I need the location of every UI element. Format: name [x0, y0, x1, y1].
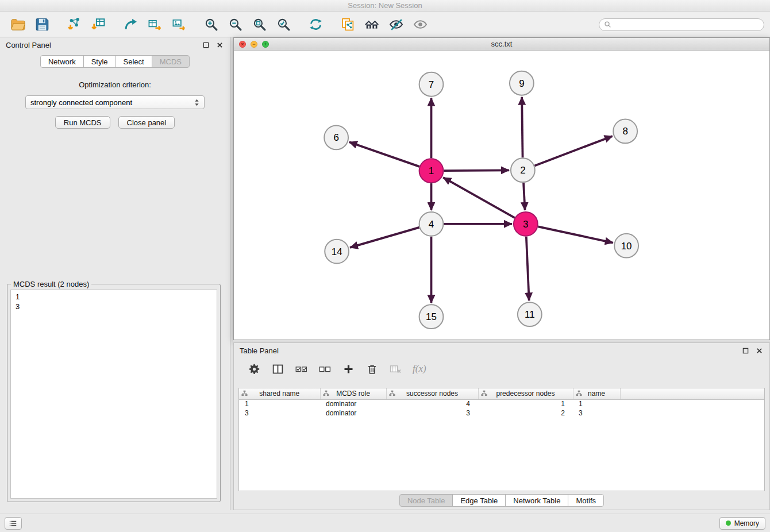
node-9[interactable]: 9 — [510, 71, 534, 95]
import-table-icon[interactable] — [88, 14, 109, 35]
svg-text:7: 7 — [429, 79, 434, 90]
status-bar: Memory — [0, 514, 770, 532]
column-header-predecessor-nodes[interactable]: predecessor nodes — [478, 388, 573, 399]
control-panel-float-button[interactable] — [201, 40, 210, 49]
table-toolbar: f(x) — [234, 358, 769, 380]
cell-shared-name[interactable]: 1 — [239, 399, 320, 408]
copy-network-view-icon[interactable] — [337, 14, 358, 35]
node-1[interactable]: 1 — [419, 159, 444, 183]
delete-row-icon[interactable] — [363, 361, 380, 377]
control-panel-title: Control Panel — [6, 41, 51, 49]
zoom-out-icon[interactable] — [225, 14, 245, 35]
control-panel-close-button[interactable] — [215, 40, 224, 49]
column-label: successor nodes — [406, 390, 458, 398]
column-header-shared-name[interactable]: shared name — [239, 388, 320, 399]
svg-text:14: 14 — [332, 246, 342, 257]
table-row[interactable]: 1dominator411 — [239, 399, 764, 408]
search-input[interactable] — [614, 20, 759, 29]
edge-1-6[interactable] — [349, 142, 419, 167]
visual-style-eye-icon[interactable] — [386, 14, 406, 35]
cell-shared-name[interactable]: 3 — [239, 408, 320, 418]
cell-mcds-role[interactable]: dominator — [320, 399, 386, 408]
result-line: 1 — [16, 292, 212, 302]
close-panel-button[interactable]: Close panel — [118, 116, 175, 129]
column-header-name[interactable]: name — [573, 388, 620, 399]
node-15[interactable]: 15 — [419, 304, 444, 329]
unselect-all-rows-icon[interactable] — [316, 361, 333, 377]
network-window-title: scc.txt — [491, 40, 513, 48]
cell-name[interactable]: 1 — [573, 399, 620, 408]
network-window-titlebar[interactable]: × − + scc.txt — [234, 38, 769, 51]
edge-1-2[interactable] — [444, 170, 509, 171]
table-panel: Table Panel f(x) shared nameMCDS rolesuc… — [233, 342, 770, 510]
home-icon[interactable] — [361, 14, 382, 35]
node-3[interactable]: 3 — [514, 212, 538, 236]
node-14[interactable]: 14 — [325, 240, 349, 264]
zoom-selected-icon[interactable] — [273, 14, 294, 35]
node-8[interactable]: 8 — [613, 119, 637, 144]
edge-2-3[interactable] — [523, 183, 525, 210]
run-mcds-button[interactable]: Run MCDS — [55, 116, 110, 129]
show-columns-icon[interactable] — [269, 361, 286, 377]
zoom-in-icon[interactable] — [201, 14, 221, 35]
table-tab-edge-table[interactable]: Edge Table — [452, 494, 506, 507]
node-4[interactable]: 4 — [419, 212, 444, 236]
table-tab-node-table[interactable]: Node Table — [399, 494, 453, 507]
edge-3-10[interactable] — [538, 226, 613, 242]
node-6[interactable]: 6 — [324, 125, 348, 149]
panel-list-button[interactable] — [5, 517, 22, 530]
mcds-result-list[interactable]: 13 — [10, 290, 217, 499]
tab-select[interactable]: Select — [116, 55, 152, 68]
column-header-successor-nodes[interactable]: successor nodes — [386, 388, 478, 399]
zoom-fit-icon[interactable] — [249, 14, 270, 35]
node-11[interactable]: 11 — [518, 302, 542, 326]
window-title: Session: New Session — [348, 1, 422, 10]
refresh-view-icon[interactable] — [305, 14, 326, 35]
column-header-mcds-role[interactable]: MCDS role — [320, 388, 386, 399]
cell-successor-nodes[interactable]: 4 — [386, 399, 478, 408]
edge-2-9[interactable] — [522, 97, 522, 158]
edge-2-8[interactable] — [534, 136, 612, 165]
mcds-result-title: MCDS result (2 nodes) — [11, 280, 91, 288]
edge-3-1[interactable] — [443, 178, 514, 218]
maximize-window-button[interactable]: + — [262, 41, 269, 48]
close-window-button[interactable]: × — [239, 41, 246, 48]
cell-name[interactable]: 3 — [573, 408, 620, 418]
cell-predecessor-nodes[interactable]: 2 — [478, 408, 573, 418]
edge-3-11[interactable] — [526, 237, 529, 301]
table-panel-title: Table Panel — [240, 346, 279, 355]
table-tab-motifs[interactable]: Motifs — [568, 494, 604, 507]
tab-style[interactable]: Style — [83, 55, 116, 68]
select-all-rows-icon[interactable] — [292, 361, 310, 377]
cell-successor-nodes[interactable]: 3 — [386, 408, 478, 418]
edge-4-14[interactable] — [350, 228, 419, 248]
export-network-icon[interactable] — [120, 14, 141, 35]
minimize-window-button[interactable]: − — [251, 41, 257, 48]
tab-mcds[interactable]: MCDS — [152, 55, 190, 68]
column-label: predecessor nodes — [496, 390, 555, 398]
table-panel-float-button[interactable] — [741, 346, 750, 355]
window-titlebar[interactable]: Session: New Session — [0, 0, 770, 11]
table-settings-icon[interactable] — [245, 361, 263, 377]
cell-predecessor-nodes[interactable]: 1 — [478, 399, 573, 408]
table-tab-network-table[interactable]: Network Table — [505, 494, 568, 507]
table-header-row: shared nameMCDS rolesuccessor nodesprede… — [239, 388, 764, 399]
import-network-icon[interactable] — [64, 14, 84, 35]
network-canvas[interactable]: 7968124314101511 — [234, 51, 769, 340]
node-10[interactable]: 10 — [614, 234, 638, 258]
tab-network[interactable]: Network — [40, 55, 84, 68]
optimization-criterion-select[interactable]: strongly connected component — [25, 95, 205, 109]
save-session-icon[interactable] — [32, 14, 52, 35]
search-box[interactable] — [599, 18, 764, 31]
export-table-icon[interactable] — [144, 14, 165, 35]
add-row-icon[interactable] — [340, 361, 357, 377]
cell-mcds-role[interactable]: dominator — [320, 408, 386, 418]
node-7[interactable]: 7 — [419, 72, 444, 97]
open-file-icon[interactable] — [7, 14, 28, 35]
node-2[interactable]: 2 — [511, 158, 535, 182]
memory-button[interactable]: Memory — [719, 517, 765, 530]
export-image-icon[interactable] — [168, 14, 189, 35]
table-panel-close-button[interactable] — [754, 346, 764, 355]
table-row[interactable]: 3dominator323 — [239, 408, 764, 418]
show-hide-eye-icon[interactable] — [410, 14, 430, 35]
